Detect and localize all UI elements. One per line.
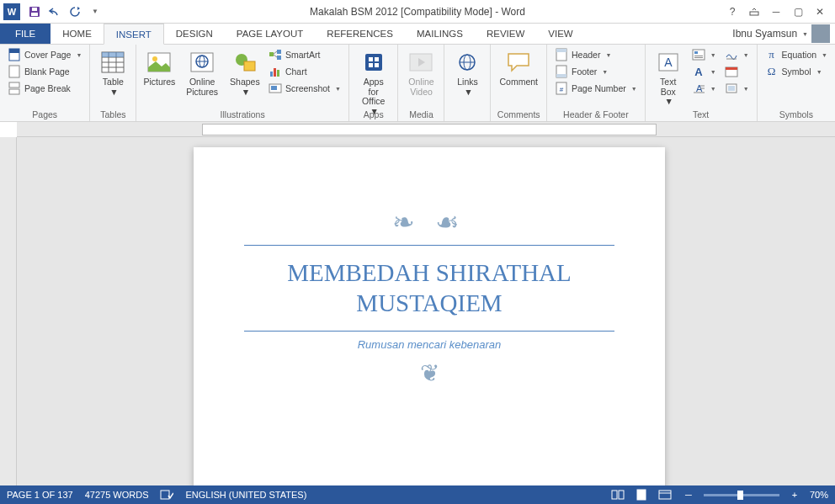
quick-parts-button[interactable]: ▼ (689, 47, 719, 62)
tab-mailings[interactable]: MAILINGS (405, 24, 475, 44)
zoom-level[interactable]: 70% (810, 490, 828, 500)
table-button[interactable]: Table ▼ (95, 47, 130, 98)
drop-cap-button[interactable]: A▼ (689, 81, 719, 96)
minimize-icon[interactable]: ─ (766, 3, 786, 20)
document-workspace: ❧ ☙ MEMBEDAH SHIRATHAL MUSTAQIEM Rumusan… (0, 137, 835, 485)
pictures-button[interactable]: Pictures (141, 47, 177, 89)
chevron-down-icon: ▼ (743, 86, 749, 92)
smartart-icon (269, 48, 282, 61)
chevron-down-icon: ▼ (802, 31, 808, 37)
online-pictures-button[interactable]: Online Pictures (180, 47, 223, 98)
svg-rect-65 (161, 491, 169, 499)
zoom-out-button[interactable]: ─ (680, 488, 697, 501)
group-label: Text (646, 109, 757, 119)
online-video-button[interactable]: Online Video (403, 47, 439, 98)
tab-home[interactable]: HOME (51, 24, 104, 44)
read-mode-icon[interactable] (609, 488, 626, 501)
document-page[interactable]: ❧ ☙ MEMBEDAH SHIRATHAL MUSTAQIEM Rumusan… (194, 147, 665, 485)
object-button[interactable]: ▼ (722, 81, 752, 96)
close-icon[interactable]: ✕ (810, 3, 830, 20)
footer-button[interactable]: Footer▼ (552, 64, 640, 79)
svg-rect-35 (369, 57, 373, 61)
print-layout-icon[interactable] (633, 488, 650, 501)
chevron-down-icon: ▼ (76, 52, 82, 58)
user-account[interactable]: Ibnu Syamsun ▼ (732, 24, 835, 44)
zoom-in-button[interactable]: + (786, 488, 803, 501)
tab-review[interactable]: REVIEW (475, 24, 536, 44)
ribbon-options-icon[interactable] (744, 3, 764, 20)
footer-icon (555, 65, 568, 78)
tab-design[interactable]: DESIGN (164, 24, 225, 44)
screenshot-icon (269, 82, 282, 95)
document-title[interactable]: MEMBEDAH SHIRATHAL MUSTAQIEM (244, 245, 614, 332)
links-button[interactable]: Links ▼ (449, 47, 485, 98)
group-label: Tables (90, 109, 136, 119)
svg-rect-52 (694, 51, 698, 54)
group-apps: Apps for Office ▼ Apps (349, 45, 399, 121)
symbol-button[interactable]: ΩSymbol▼ (763, 64, 830, 79)
svg-rect-53 (694, 56, 703, 56)
svg-line-27 (274, 51, 277, 54)
group-illustrations: Pictures Online Pictures Shapes ▼ SmartA… (136, 45, 349, 121)
apps-for-office-button[interactable]: Apps for Office ▼ (354, 47, 393, 118)
page-break-button[interactable]: Page Break (5, 81, 84, 96)
screenshot-button[interactable]: Screenshot▼ (266, 81, 343, 96)
comment-button[interactable]: Comment (496, 47, 541, 89)
cover-page-button[interactable]: Cover Page▼ (5, 47, 84, 62)
tab-insert[interactable]: INSERT (104, 24, 164, 45)
tab-page-layout[interactable]: PAGE LAYOUT (225, 24, 315, 44)
smartart-button[interactable]: SmartArt (266, 47, 343, 62)
svg-rect-51 (693, 50, 705, 60)
group-label: Illustrations (136, 109, 348, 119)
chevron-down-icon: ▼ (631, 86, 637, 92)
wordart-button[interactable]: A▼ (689, 64, 719, 79)
svg-point-17 (152, 56, 157, 61)
web-layout-icon[interactable] (657, 488, 673, 501)
text-box-button[interactable]: A Text Box ▼ (651, 47, 686, 109)
page-number-icon: # (555, 82, 568, 95)
cover-page-icon (8, 48, 21, 61)
shapes-icon (231, 49, 258, 76)
redo-icon[interactable] (67, 4, 82, 19)
zoom-thumb[interactable] (737, 491, 743, 500)
page-number-button[interactable]: #Page Number▼ (552, 81, 640, 96)
svg-rect-68 (637, 490, 646, 500)
svg-rect-26 (277, 56, 281, 60)
spell-check-icon[interactable] (160, 489, 173, 501)
tab-file[interactable]: FILE (0, 24, 51, 44)
equation-button[interactable]: πEquation▼ (763, 47, 830, 62)
save-icon[interactable] (27, 4, 42, 19)
tab-view[interactable]: VIEW (536, 24, 584, 44)
shapes-button[interactable]: Shapes ▼ (227, 47, 263, 98)
link-icon (454, 49, 481, 76)
date-time-button[interactable] (722, 64, 752, 79)
signature-line-button[interactable]: ▼ (722, 47, 752, 62)
svg-rect-62 (726, 67, 737, 70)
chevron-down-icon: ▼ (605, 52, 611, 58)
header-button[interactable]: Header▼ (552, 47, 640, 62)
chevron-down-icon: ▼ (710, 52, 716, 58)
qat-customize-icon[interactable]: ▼ (88, 4, 103, 19)
wordart-icon: A (692, 65, 705, 78)
maximize-icon[interactable]: ▢ (788, 3, 808, 20)
document-subtitle[interactable]: Rumusan mencari kebenaran (244, 338, 614, 351)
horizontal-ruler[interactable] (17, 122, 835, 137)
page-indicator[interactable]: PAGE 1 OF 137 (7, 490, 73, 500)
language-indicator[interactable]: ENGLISH (UNITED STATES) (185, 490, 306, 500)
online-pictures-icon (189, 49, 215, 76)
user-name: Ibnu Syamsun (732, 28, 797, 40)
vertical-ruler[interactable] (0, 137, 17, 485)
chart-button[interactable]: Chart (266, 64, 343, 79)
svg-line-28 (274, 55, 277, 57)
blank-page-button[interactable]: Blank Page (5, 64, 84, 79)
ornament-bottom: ❦ (244, 359, 614, 387)
svg-rect-29 (270, 72, 273, 77)
tab-references[interactable]: REFERENCES (315, 24, 405, 44)
quick-access-toolbar: ▼ (27, 4, 103, 19)
undo-icon[interactable] (47, 4, 62, 19)
word-count[interactable]: 47275 WORDS (85, 490, 149, 500)
help-icon[interactable]: ? (722, 3, 742, 20)
ribbon-tabs: FILE HOME INSERT DESIGN PAGE LAYOUT REFE… (0, 24, 835, 45)
zoom-slider[interactable] (704, 494, 779, 496)
document-area[interactable]: ❧ ☙ MEMBEDAH SHIRATHAL MUSTAQIEM Rumusan… (17, 137, 835, 485)
